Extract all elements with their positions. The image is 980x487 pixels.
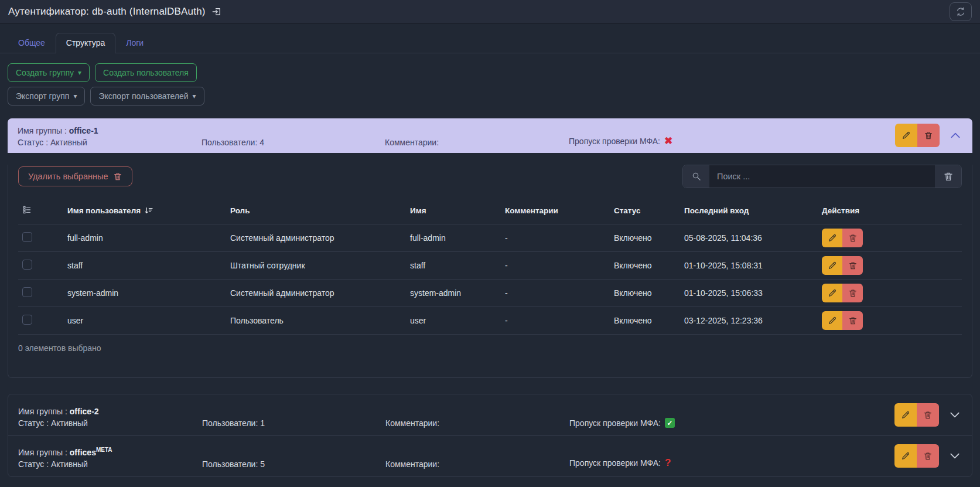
tab-logs[interactable]: Логи [115, 33, 154, 53]
column-header-name: Имя [410, 206, 505, 215]
cell-status: Включено [614, 261, 684, 270]
chevron-up-icon [950, 131, 961, 139]
delete-user-button[interactable] [842, 229, 863, 247]
trash-icon [848, 233, 858, 243]
toolbar: Создать группу ▾ Создать пользователя Эк… [8, 63, 972, 105]
group-mfa: Пропуск проверки МФА: ✖ [569, 135, 895, 147]
group-mfa: Пропуск проверки МФА: ✓ [569, 418, 894, 428]
row-checkbox[interactable] [22, 315, 32, 325]
row-actions [822, 311, 863, 330]
edit-user-button[interactable] [822, 284, 842, 302]
delete-group-button[interactable] [917, 444, 939, 468]
delete-selected-button[interactable]: Удалить выбранные [18, 166, 132, 186]
tab-bar: Общее Структура Логи [0, 33, 980, 53]
trash-icon [943, 171, 954, 182]
page-title: Аутентификатор: db-auth (InternalDBAuth) [8, 6, 206, 18]
group-comments: Комментарии: [385, 418, 569, 428]
edit-user-button[interactable] [822, 229, 842, 247]
group-name: Имя группы : office-2 [18, 406, 202, 416]
group-actions [895, 124, 940, 147]
list-check-icon [22, 205, 33, 215]
trash-icon [113, 172, 122, 181]
trash-icon [924, 131, 933, 140]
row-actions [822, 256, 863, 275]
group-body: Удалить выбранные [8, 165, 972, 378]
cell-username: staff [67, 261, 230, 270]
caret-down-icon: ▾ [78, 69, 81, 76]
row-checkbox[interactable] [22, 232, 32, 242]
collapse-group-button[interactable] [948, 130, 962, 141]
delete-user-button[interactable] [842, 256, 863, 275]
trash-icon [848, 316, 858, 325]
cell-comments: - [505, 316, 614, 325]
row-checkbox[interactable] [22, 287, 32, 297]
cell-name: full-admin [410, 233, 505, 243]
expand-group-button[interactable] [948, 451, 962, 461]
row-actions [822, 284, 863, 302]
sort-icon [144, 206, 153, 216]
search-icon [683, 165, 709, 188]
group-name: Имя группы : office-1 [18, 125, 202, 135]
group-actions [894, 444, 939, 468]
pencil-icon [901, 410, 910, 420]
group-users-count: Пользователи: 4 [202, 138, 385, 147]
chevron-down-icon [949, 452, 961, 460]
trash-icon [923, 410, 933, 420]
cell-last-login: 03-12-2025, 12:23:36 [684, 316, 822, 325]
row-checkbox[interactable] [22, 260, 32, 270]
clear-search-button[interactable] [935, 165, 961, 188]
edit-group-button[interactable] [894, 444, 917, 468]
search-input[interactable] [709, 165, 935, 188]
delete-user-button[interactable] [842, 311, 863, 330]
expand-group-button[interactable] [948, 410, 962, 420]
export-groups-button[interactable]: Экспорт групп ▾ [8, 87, 85, 105]
edit-group-button[interactable] [894, 403, 917, 427]
create-group-button[interactable]: Создать группу ▾ [8, 63, 90, 82]
column-header-last-login: Последний вход [684, 206, 822, 215]
caret-down-icon: ▾ [73, 93, 77, 100]
box-arrow-right-icon[interactable] [211, 6, 222, 17]
cell-comments: - [505, 233, 614, 243]
pencil-icon [828, 233, 837, 243]
table-header-row: Имя пользователя Роль Имя Комментарии Ст… [18, 197, 962, 224]
cell-status: Включено [614, 233, 684, 243]
tab-structure[interactable]: Структура [56, 33, 115, 53]
row-actions [822, 229, 863, 247]
table-row: full-admin Системный администратор full-… [18, 224, 962, 252]
trash-icon [848, 261, 858, 270]
trash-icon [848, 288, 858, 298]
delete-user-button[interactable] [842, 284, 863, 302]
select-all-button[interactable] [22, 205, 33, 215]
mfa-status-icon: ✖ [664, 135, 672, 147]
cell-comments: - [505, 288, 614, 298]
create-user-button[interactable]: Создать пользователя [95, 63, 197, 82]
column-header-comments: Комментарии [505, 206, 614, 215]
group-users-count: Пользователи: 5 [202, 459, 385, 469]
group-card-office-2: Имя группы : office-2 Статус : Активный … [8, 394, 972, 435]
tab-general[interactable]: Общее [8, 33, 56, 53]
refresh-icon [955, 6, 966, 17]
cell-role: Штатный сотрудник [230, 261, 410, 270]
pencil-icon [828, 261, 837, 270]
caret-down-icon: ▾ [193, 93, 196, 100]
mfa-status-icon: ✓ [665, 418, 675, 428]
trash-icon [923, 451, 933, 461]
group-status: Статус : Активный [18, 418, 202, 428]
export-users-button[interactable]: Экспорт пользователей ▾ [90, 87, 204, 105]
column-header-role: Роль [230, 206, 410, 215]
column-header-username[interactable]: Имя пользователя [67, 206, 230, 216]
cell-comments: - [505, 261, 614, 270]
table-row: staff Штатный сотрудник staff - Включено… [18, 252, 962, 280]
edit-user-button[interactable] [822, 256, 842, 275]
edit-group-button[interactable] [895, 124, 917, 147]
cell-status: Включено [614, 316, 684, 325]
refresh-button[interactable] [950, 2, 972, 21]
selection-summary: 0 элементов выбрано [18, 343, 962, 353]
users-table: Имя пользователя Роль Имя Комментарии Ст… [18, 197, 962, 335]
edit-user-button[interactable] [822, 311, 842, 330]
cell-last-login: 01-10-2025, 15:08:31 [684, 261, 822, 270]
group-mfa: Пропуск проверки МФА: ? [569, 457, 894, 469]
mfa-status-icon: ? [665, 457, 671, 469]
delete-group-button[interactable] [917, 403, 939, 427]
delete-group-button[interactable] [917, 124, 940, 147]
